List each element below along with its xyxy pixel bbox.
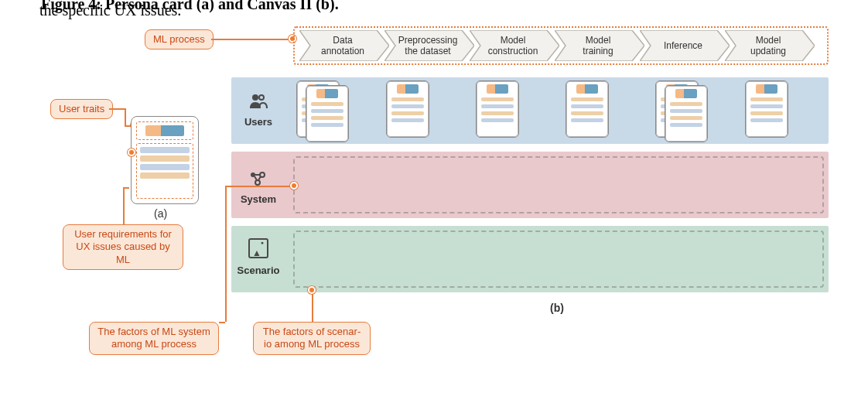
users-cards-row <box>296 76 825 147</box>
stage-3: Modeltraining <box>555 30 644 61</box>
card-slot-4 <box>655 80 709 142</box>
svg-line-6 <box>258 176 261 180</box>
label-b: (b) <box>550 302 564 314</box>
system-icon <box>231 170 285 192</box>
badge-user-req: User requirements for UX issues caused b… <box>63 224 183 270</box>
persona-card-a <box>131 116 199 204</box>
dot-system-factors <box>290 182 298 190</box>
badge-ml-process: ML process <box>145 29 214 50</box>
card-slot-0 <box>296 80 350 142</box>
band-scenario <box>231 226 829 292</box>
badge-user-traits: User traits <box>50 99 113 119</box>
card-slot-3 <box>566 80 620 142</box>
svg-point-0 <box>252 94 258 101</box>
users-icon <box>231 93 285 114</box>
badge-system-factors: The factors of ML system among ML proces… <box>89 322 219 355</box>
label-a: (a) <box>154 207 167 220</box>
rowlabel-scenario: Scenario <box>231 238 285 276</box>
card-slot-1 <box>386 80 440 142</box>
ml-pipeline: DataannotationPreprocessingthe datasetMo… <box>293 26 829 65</box>
badge-scenario-factors: The factors of scenar- io among ML proce… <box>253 322 371 355</box>
rowlabel-users: Users <box>231 93 285 128</box>
band-system <box>231 152 829 218</box>
scenario-icon <box>231 238 285 263</box>
dot-scenario-factors <box>308 286 316 294</box>
svg-point-1 <box>259 95 264 100</box>
svg-point-4 <box>255 180 260 185</box>
stage-2: Modelconstruction <box>470 30 559 61</box>
stage-0: Dataannotation <box>299 30 389 61</box>
figure-caption: Figure 4: Persona card (a) and Canvas II… <box>41 0 339 13</box>
stage-5: Modelupdating <box>725 30 815 61</box>
rowlabel-system: System <box>231 170 285 205</box>
card-slot-5 <box>745 80 799 142</box>
stage-1: Preprocessingthe dataset <box>384 30 474 61</box>
stage-4: Inference <box>640 30 730 61</box>
svg-line-5 <box>255 176 257 180</box>
card-slot-2 <box>476 80 530 142</box>
